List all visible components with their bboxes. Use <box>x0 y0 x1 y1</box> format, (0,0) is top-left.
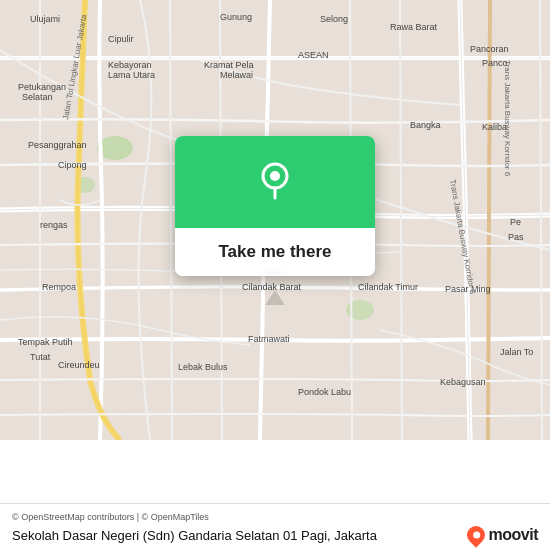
svg-text:Cireundeu: Cireundeu <box>58 360 100 370</box>
svg-text:Kebayoran: Kebayoran <box>108 60 152 70</box>
svg-text:Kramat Pela: Kramat Pela <box>204 60 254 70</box>
location-card: Take me there <box>175 136 375 276</box>
info-bar: © OpenStreetMap contributors | © OpenMap… <box>0 503 550 550</box>
svg-text:Rempoa: Rempoa <box>42 282 76 292</box>
attribution: © OpenStreetMap contributors | © OpenMap… <box>12 512 538 522</box>
moovit-pin-icon <box>463 522 488 547</box>
svg-text:Selong: Selong <box>320 14 348 24</box>
card-button-area: Take me there <box>175 228 375 276</box>
svg-text:Melawai: Melawai <box>220 70 253 80</box>
svg-text:Fatmawati: Fatmawati <box>248 334 290 344</box>
take-me-there-button[interactable]: Take me there <box>218 242 331 262</box>
svg-text:Gunung: Gunung <box>220 12 252 22</box>
svg-text:Ulujami: Ulujami <box>30 14 60 24</box>
svg-text:Petukangan: Petukangan <box>18 82 66 92</box>
svg-text:Cipong: Cipong <box>58 160 87 170</box>
svg-text:Selatan: Selatan <box>22 92 53 102</box>
svg-text:Pesanggrahan: Pesanggrahan <box>28 140 87 150</box>
svg-text:Cipulir: Cipulir <box>108 34 134 44</box>
svg-text:ASEAN: ASEAN <box>298 50 329 60</box>
location-info: Sekolah Dasar Negeri (Sdn) Gandaria Sela… <box>12 526 538 544</box>
svg-text:Lebak Bulus: Lebak Bulus <box>178 362 228 372</box>
svg-text:Cilandak Timur: Cilandak Timur <box>358 282 418 292</box>
map-container: Ulujami Cipulir Gunung Selong Rawa Barat… <box>0 0 550 440</box>
svg-text:rengas: rengas <box>40 220 68 230</box>
moovit-logo: moovit <box>467 526 538 544</box>
svg-text:Pas: Pas <box>508 232 524 242</box>
svg-text:Pe: Pe <box>510 217 521 227</box>
card-pointer <box>263 274 287 276</box>
moovit-text: moovit <box>489 526 538 544</box>
svg-text:Cilandak Barat: Cilandak Barat <box>242 282 302 292</box>
svg-text:Pancoran: Pancoran <box>470 44 509 54</box>
location-name: Sekolah Dasar Negeri (Sdn) Gandaria Sela… <box>12 528 457 543</box>
svg-text:Jalan To: Jalan To <box>500 347 533 357</box>
svg-text:Bangka: Bangka <box>410 120 441 130</box>
svg-text:Tempak Putih: Tempak Putih <box>18 337 73 347</box>
svg-point-2 <box>346 300 374 320</box>
svg-point-46 <box>270 171 280 181</box>
svg-text:Trans Jakarta Busway Korridor : Trans Jakarta Busway Korridor 6 <box>503 60 512 177</box>
location-pin-icon <box>251 156 299 204</box>
svg-text:Rawa Barat: Rawa Barat <box>390 22 438 32</box>
svg-text:Lama Utara: Lama Utara <box>108 70 155 80</box>
svg-text:Pondok Labu: Pondok Labu <box>298 387 351 397</box>
svg-text:Kebagusan: Kebagusan <box>440 377 486 387</box>
svg-text:Tutat: Tutat <box>30 352 51 362</box>
card-icon-area <box>175 136 375 228</box>
